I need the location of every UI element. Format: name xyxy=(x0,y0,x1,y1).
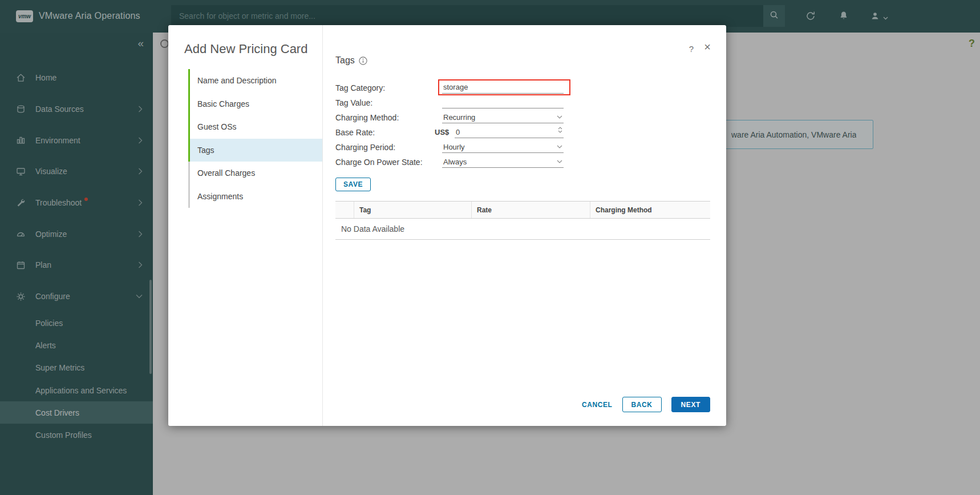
table-header-rate: Rate xyxy=(471,202,590,218)
modal-divider xyxy=(322,25,323,426)
charging-period-select[interactable]: Hourly xyxy=(442,141,564,153)
add-new-pricing-card-modal: Add New Pricing Card ? × Name and Descri… xyxy=(168,25,726,426)
cancel-button[interactable]: CANCEL xyxy=(582,397,613,412)
step-label: Name and Description xyxy=(197,76,277,85)
charge-on-power-state-row: Charge On Power State: Always xyxy=(335,155,575,170)
chevron-down-icon xyxy=(557,115,562,119)
modal-footer: CANCEL BACK NEXT xyxy=(582,397,710,412)
tag-category-row: Tag Category: xyxy=(335,81,575,95)
back-button[interactable]: BACK xyxy=(622,397,662,412)
tags-table: Tag Rate Charging Method No Data Availab… xyxy=(335,201,710,240)
tag-category-label: Tag Category: xyxy=(335,83,385,92)
chevron-down-icon xyxy=(557,160,562,163)
table-select-column-header xyxy=(335,202,354,218)
step-label: Basic Charges xyxy=(197,99,249,108)
charging-period-label: Charging Period: xyxy=(335,143,395,152)
charging-method-value: Recurring xyxy=(443,113,475,122)
step-label: Guest OSs xyxy=(197,122,236,131)
number-stepper-icon[interactable] xyxy=(558,127,562,133)
save-button[interactable]: SAVE xyxy=(335,178,371,191)
base-rate-input[interactable]: 0 xyxy=(455,126,564,138)
base-rate-label: Base Rate: xyxy=(335,128,375,137)
table-empty-row: No Data Available xyxy=(335,219,710,240)
step-basic-charges[interactable]: Basic Charges xyxy=(188,92,322,116)
charging-method-row: Charging Method: Recurring xyxy=(335,110,575,125)
tag-pricing-form: Tag Category: Tag Value: Charging Method… xyxy=(335,81,575,170)
charging-method-label: Charging Method: xyxy=(335,113,399,122)
empty-state-text: No Data Available xyxy=(341,224,404,234)
step-label: Overall Charges xyxy=(197,168,255,178)
step-overall-charges[interactable]: Overall Charges xyxy=(188,162,322,185)
section-heading: Tags xyxy=(335,55,367,66)
currency-label: US$ xyxy=(435,128,449,136)
base-rate-row: Base Rate: US$ 0 xyxy=(335,125,575,140)
modal-title: Add New Pricing Card xyxy=(184,42,307,57)
step-assignments[interactable]: Assignments xyxy=(188,185,322,208)
tag-value-label: Tag Value: xyxy=(335,98,372,107)
tag-category-input[interactable] xyxy=(442,82,564,94)
chevron-down-icon xyxy=(557,145,562,148)
base-rate-value: 0 xyxy=(456,128,460,136)
charge-on-power-state-select[interactable]: Always xyxy=(442,156,564,168)
info-icon[interactable] xyxy=(359,57,367,65)
wizard-steps: Name and Description Basic Charges Guest… xyxy=(168,69,322,208)
step-name-and-description[interactable]: Name and Description xyxy=(188,69,322,92)
step-tags[interactable]: Tags xyxy=(188,139,322,162)
modal-content: Tags Tag Category: Tag Value: Charging M… xyxy=(335,25,726,426)
tag-value-input[interactable] xyxy=(442,97,564,108)
charging-period-row: Charging Period: Hourly xyxy=(335,140,575,155)
section-heading-label: Tags xyxy=(335,55,355,66)
step-guest-oss[interactable]: Guest OSs xyxy=(188,115,322,139)
table-header-tag: Tag xyxy=(354,202,471,218)
charging-method-select[interactable]: Recurring xyxy=(442,111,564,123)
charge-on-power-state-value: Always xyxy=(443,158,467,166)
charge-on-power-state-label: Charge On Power State: xyxy=(335,158,423,167)
next-button[interactable]: NEXT xyxy=(671,397,710,412)
table-header-charging-method: Charging Method xyxy=(590,202,710,218)
tag-value-row: Tag Value: xyxy=(335,95,575,110)
charging-period-value: Hourly xyxy=(443,143,465,151)
step-label: Assignments xyxy=(197,192,243,201)
step-label: Tags xyxy=(197,146,214,155)
table-header-row: Tag Rate Charging Method xyxy=(335,202,710,219)
